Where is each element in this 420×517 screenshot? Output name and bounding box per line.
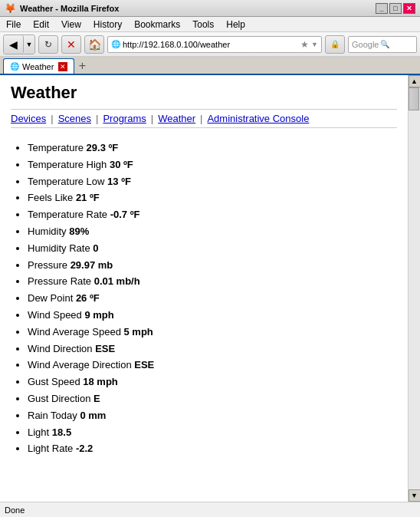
scroll-track[interactable]	[409, 87, 420, 489]
weather-item: Rain Today 0 mm	[28, 408, 397, 424]
weather-label: Wind Average Speed	[28, 326, 124, 338]
menu-view[interactable]: View	[58, 18, 84, 31]
toolbar: ◀ ▼ ↻ ✕ 🏠 🌐 http://192.168.0.100/weather…	[0, 32, 420, 57]
weather-label: Humidity Rate	[28, 242, 93, 254]
weather-value: -2.2	[76, 443, 93, 454]
menu-history[interactable]: History	[90, 18, 125, 31]
stop-button[interactable]: ✕	[61, 35, 81, 54]
back-forward-group: ◀ ▼	[3, 35, 35, 54]
nav-weather[interactable]: Weather	[158, 113, 195, 124]
nav-scenes[interactable]: Scenes	[58, 113, 91, 124]
search-bar[interactable]: Google 🔍	[348, 36, 417, 53]
weather-item: Light 18.5	[28, 425, 397, 441]
weather-value: 13 ºF	[107, 176, 131, 187]
weather-value: 9 mph	[84, 309, 113, 321]
reload-button[interactable]: ↻	[38, 35, 58, 54]
home-button[interactable]: 🏠	[84, 35, 104, 54]
weather-item: Light Rate -2.2	[28, 441, 397, 457]
back-button[interactable]: ◀	[4, 35, 24, 54]
weather-label: Temperature High	[28, 159, 110, 170]
weather-value: 0	[93, 242, 98, 254]
scroll-thumb[interactable]	[409, 87, 419, 110]
weather-item: Wind Average Direction ESE	[28, 357, 397, 374]
tab-bar: 🌐 Weather ✕ +	[0, 57, 420, 75]
weather-value: 18 mph	[83, 376, 118, 387]
scroll-down-button[interactable]: ▼	[409, 489, 421, 502]
weather-value: 29.97 mb	[71, 259, 113, 271]
tab-close-button[interactable]: ✕	[58, 62, 67, 71]
weather-label: Gust Speed	[28, 376, 83, 387]
url-bar[interactable]: 🌐 http://192.168.0.100/weather ★ ▼	[107, 36, 322, 53]
weather-label: Rain Today	[28, 410, 80, 421]
bookmark-star-icon[interactable]: ★	[300, 39, 309, 50]
weather-label: Humidity	[28, 226, 69, 237]
weather-label: Wind Average Direction	[28, 359, 134, 370]
window-title: Weather - Mozilla Firefox	[20, 4, 119, 13]
green-icon-button[interactable]: 🔒	[325, 35, 345, 54]
weather-label: Temperature Rate	[28, 209, 110, 220]
nav-links: Devices | Scenes | Programs | Weather | …	[11, 109, 397, 128]
weather-item: Wind Direction ESE	[28, 341, 397, 357]
weather-item: Gust Speed 18 mph	[28, 374, 397, 390]
maximize-button[interactable]: □	[389, 3, 402, 14]
weather-item: Humidity Rate 0	[28, 241, 397, 257]
weather-label: Temperature	[28, 142, 87, 153]
page-content: Weather Devices | Scenes | Programs | We…	[0, 75, 408, 502]
menu-help[interactable]: Help	[223, 18, 248, 31]
weather-value: 0.01 mb/h	[94, 275, 140, 287]
tab-label: Weather	[22, 62, 54, 71]
new-tab-button[interactable]: +	[74, 58, 90, 74]
weather-value: -0.7 ºF	[110, 209, 140, 220]
weather-value: 18.5	[52, 426, 71, 438]
scrollbar[interactable]: ▲ ▼	[408, 75, 420, 502]
weather-tab[interactable]: 🌐 Weather ✕	[3, 58, 74, 74]
weather-item: Feels Like 21 ºF	[28, 190, 397, 206]
url-site-icon: 🌐	[111, 40, 120, 48]
weather-item: Pressure 29.97 mb	[28, 258, 397, 274]
weather-label: Temperature Low	[28, 176, 107, 187]
url-dropdown-icon[interactable]: ▼	[311, 41, 318, 48]
weather-value: 0 mm	[80, 410, 106, 421]
weather-label: Pressure	[28, 259, 71, 271]
nav-admin[interactable]: Administrative Console	[207, 113, 309, 124]
nav-programs[interactable]: Programs	[103, 113, 146, 124]
weather-value: 21 ºF	[76, 192, 100, 203]
weather-value: 89%	[69, 226, 89, 237]
firefox-icon: 🦊	[5, 3, 16, 14]
menu-bookmarks[interactable]: Bookmarks	[131, 18, 183, 31]
search-icon[interactable]: 🔍	[380, 40, 389, 48]
weather-label: Feels Like	[28, 192, 76, 203]
weather-value: ESE	[95, 343, 115, 354]
minimize-button[interactable]: _	[376, 3, 388, 14]
weather-label: Wind Speed	[28, 309, 84, 321]
weather-item: Wind Speed 9 mph	[28, 308, 397, 324]
scroll-up-button[interactable]: ▲	[409, 75, 421, 87]
weather-label: Dew Point	[28, 292, 76, 304]
page-wrapper: Weather Devices | Scenes | Programs | We…	[0, 75, 420, 502]
weather-value: 26 ºF	[76, 292, 100, 304]
weather-item: Humidity 89%	[28, 224, 397, 240]
nav-sep-4: |	[200, 113, 202, 124]
menu-bar: File Edit View History Bookmarks Tools H…	[0, 17, 420, 32]
nav-devices[interactable]: Devices	[11, 113, 46, 124]
tab-site-icon: 🌐	[10, 62, 19, 71]
status-bar: Done	[0, 502, 420, 517]
weather-item: Temperature High 30 ºF	[28, 157, 397, 173]
close-button[interactable]: ✕	[403, 3, 415, 14]
window-controls: _ □ ✕	[376, 3, 415, 14]
weather-item: Wind Average Speed 5 mph	[28, 324, 397, 341]
weather-label: Light	[28, 426, 52, 438]
weather-label: Pressure Rate	[28, 275, 94, 287]
weather-item: Temperature Rate -0.7 ºF	[28, 207, 397, 223]
weather-value: ESE	[134, 359, 154, 370]
weather-label: Wind Direction	[28, 343, 95, 354]
weather-item: Dew Point 26 ºF	[28, 291, 397, 307]
forward-dropdown[interactable]: ▼	[24, 35, 34, 54]
weather-value: 29.3 ºF	[87, 142, 119, 153]
menu-tools[interactable]: Tools	[189, 18, 217, 31]
menu-file[interactable]: File	[3, 18, 24, 31]
weather-value: 5 mph	[124, 326, 153, 338]
weather-value: 30 ºF	[110, 159, 133, 170]
menu-edit[interactable]: Edit	[30, 18, 52, 31]
weather-label: Light Rate	[28, 443, 76, 454]
